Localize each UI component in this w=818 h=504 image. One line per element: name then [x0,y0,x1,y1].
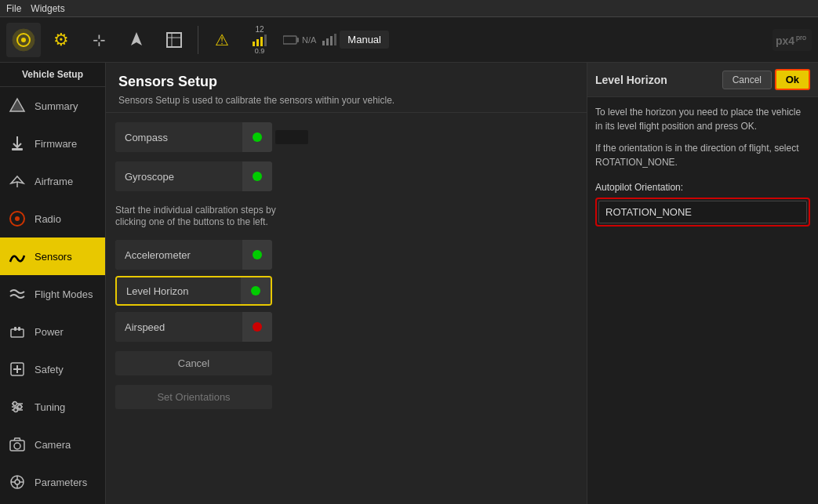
dialog-cancel-button[interactable]: Cancel [722,71,772,89]
svg-marker-12 [10,99,24,111]
menu-widgets[interactable]: Widgets [31,3,64,14]
svg-point-27 [14,408,18,412]
dialog-title: Level Horizon [595,74,722,86]
svg-rect-13 [12,148,23,150]
radio-icon [6,208,28,230]
gyroscope-label: Gyroscope [115,161,242,191]
parameters-icon [6,471,28,493]
nav-icon-btn[interactable]: ⊹ [82,23,116,57]
cancel-button[interactable]: Cancel [115,351,272,375]
airspeed-button[interactable]: Airspeed [115,312,272,342]
main-layout: Vehicle Setup Summary Firmware [0,63,818,504]
gear-icon: ⚙ [53,30,69,50]
svg-point-26 [18,405,22,409]
sidebar-item-flight-modes[interactable]: Flight Modes [0,275,105,313]
content-body: Compass Gyroscope [106,113,587,504]
signal-bars [253,34,267,46]
page-subtitle: Sensors Setup is used to calibrate the s… [118,95,574,106]
sidebar-label-firmware: Firmware [35,138,77,150]
sidebar-label-airframe: Airframe [35,176,73,187]
set-orientations-row: Set Orientations [115,385,308,409]
sidebar-item-power[interactable]: Power [0,313,105,350]
svg-text:px4: px4 [776,34,794,47]
battery-area[interactable]: N/A [280,23,319,57]
level-horizon-button[interactable]: Level Horizon [115,276,272,306]
svg-rect-7 [296,38,299,42]
compass-label: Compass [115,122,242,152]
content-area: Sensors Setup Sensors Setup is used to c… [106,63,587,504]
sensors-icon [6,245,28,267]
settings-icon-btn[interactable]: ⚙ [44,23,78,57]
telemetry-bars [322,34,336,45]
rc-signal-btn[interactable]: 12 0.9 [242,23,277,57]
fly-icon-btn[interactable] [119,23,154,57]
rc-signal-label: 12 [255,25,264,34]
airspeed-label: Airspeed [115,312,242,342]
divider-1 [198,26,198,54]
toolbar: ⚙ ⊹ ⚠ 12 0.9 [0,17,818,63]
svg-rect-17 [14,327,16,331]
summary-icon [6,95,28,117]
airspeed-row: Airspeed [115,312,308,342]
svg-point-31 [15,480,20,484]
empty-middle [318,113,587,504]
camera-icon [6,433,28,455]
gyroscope-button[interactable]: Gyroscope [115,161,272,191]
sidebar-item-safety[interactable]: Safety [0,350,105,388]
compass-indicator [242,122,272,152]
sensor-info-text: Start the individual calibration steps b… [115,189,276,227]
firmware-icon [6,132,28,154]
dialog-description-2: If the orientation is in the direction o… [595,141,810,169]
sidebar-item-firmware[interactable]: Firmware [0,125,105,162]
plan-icon-btn[interactable] [157,23,191,57]
flight-modes-icon [6,283,28,305]
app-icon[interactable] [6,23,41,57]
tuning-icon [6,396,28,418]
sidebar-item-summary[interactable]: Summary [0,87,105,125]
level-horizon-dialog: Level Horizon Cancel Ok To level the hor… [587,63,818,504]
content-header: Sensors Setup Sensors Setup is used to c… [106,63,587,113]
dialog-header: Level Horizon Cancel Ok [587,63,818,97]
airspeed-indicator [242,312,272,342]
gyroscope-row: Gyroscope [115,161,308,191]
sidebar-item-radio[interactable]: Radio [0,200,105,237]
sidebar-label-parameters: Parameters [35,477,87,488]
svg-point-25 [13,402,17,406]
svg-point-15 [15,216,20,221]
set-orientations-button[interactable]: Set Orientations [115,385,272,409]
toolbar-right: px4 pro [773,29,812,51]
sidebar-item-sensors[interactable]: Sensors [0,237,105,275]
level-horizon-indicator [241,277,271,304]
sidebar-item-tuning[interactable]: Tuning [0,388,105,426]
accelerometer-label: Accelerometer [115,240,242,270]
sidebar-label-sensors: Sensors [35,251,72,263]
svg-rect-18 [18,327,20,331]
orientation-select-wrapper: ROTATION_NONE ROTATION_YAW_45 ROTATION_Y… [595,198,810,227]
sidebar-label-power: Power [35,326,64,338]
orientation-select[interactable]: ROTATION_NONE ROTATION_YAW_45 ROTATION_Y… [598,201,807,223]
sidebar-item-parameters[interactable]: Parameters [0,463,105,501]
accelerometer-button[interactable]: Accelerometer [115,240,272,270]
compass-button[interactable]: Compass [115,122,272,152]
battery-label: N/A [302,35,316,45]
dialog-ok-button[interactable]: Ok [775,69,810,90]
accelerometer-status-dot [253,250,262,259]
vehicle-setup-label: Vehicle Setup [22,69,83,80]
sidebar-label-summary: Summary [35,100,78,112]
sidebar-label-safety: Safety [35,364,64,375]
vehicle-setup-header: Vehicle Setup [0,63,105,87]
power-icon [6,321,28,343]
level-horizon-label: Level Horizon [117,277,241,304]
orientation-label: Autopilot Orientation: [595,182,810,193]
warning-icon-btn[interactable]: ⚠ [205,23,239,57]
rc-sub-label: 0.9 [255,47,265,55]
compass-status-dot [253,132,262,142]
sidebar-label-flight-modes: Flight Modes [35,288,93,300]
sidebar-item-airframe[interactable]: Airframe [0,162,105,200]
flight-mode[interactable]: Manual [340,31,389,49]
svg-point-2 [21,38,26,42]
menu-file[interactable]: File [6,3,21,14]
sidebar-item-camera[interactable]: Camera [0,426,105,463]
sidebar-label-tuning: Tuning [35,401,65,413]
gyroscope-indicator [242,161,272,191]
